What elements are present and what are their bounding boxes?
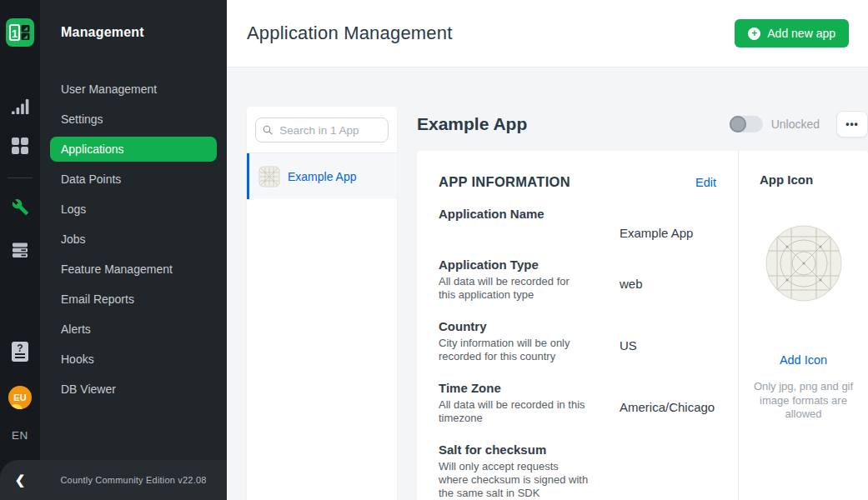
app-search-box xyxy=(255,118,389,142)
edit-link[interactable]: Edit xyxy=(695,176,716,189)
add-new-app-button[interactable]: + Add new app xyxy=(735,19,849,48)
field-value: US xyxy=(620,319,716,363)
app-icon-placeholder xyxy=(765,225,842,302)
main-content: Example App Example App Unlocked ••• APP… xyxy=(227,68,868,500)
app-list-item-label: Example App xyxy=(288,170,357,183)
toggle-knob xyxy=(730,116,746,132)
field-description: All data will be recorded for this appli… xyxy=(439,275,589,302)
management-wrench-icon[interactable] xyxy=(12,198,29,219)
app-placeholder-icon xyxy=(258,166,280,188)
sidebar-item-user-management[interactable]: User Management xyxy=(50,77,217,102)
data-manager-server-icon[interactable] xyxy=(11,241,29,262)
field-label: Country xyxy=(439,319,620,333)
svg-text:1: 1 xyxy=(12,28,18,40)
dashboards-grid-icon[interactable] xyxy=(11,137,29,158)
app-icon-title: App Icon xyxy=(750,172,856,187)
app-information-main: APP INFORMATION Edit Application Name Ex… xyxy=(417,151,738,500)
app-list-item-example-app[interactable]: Example App xyxy=(247,153,397,199)
app-detail-title: Example App xyxy=(417,114,527,134)
app-search-input[interactable] xyxy=(278,123,381,138)
field-label: Time Zone xyxy=(439,381,620,395)
language-selector[interactable]: EN xyxy=(12,429,28,442)
analytics-bar-chart-icon[interactable] xyxy=(11,98,29,119)
sidebar-item-hooks[interactable]: Hooks xyxy=(50,347,217,372)
field-time-zone: Time Zone All data will be recorded in t… xyxy=(439,381,716,425)
sidebar-item-settings[interactable]: Settings xyxy=(50,107,217,132)
add-icon-link[interactable]: Add Icon xyxy=(750,353,856,367)
sidebar-nav: User Management Settings Applications Da… xyxy=(40,77,227,402)
add-new-app-label: Add new app xyxy=(767,27,835,40)
lock-state-label: Unlocked xyxy=(771,118,820,131)
field-country: Country City information will be only re… xyxy=(439,319,716,363)
lock-toggle[interactable]: Unlocked xyxy=(730,116,836,132)
avatar-initials: EU xyxy=(8,386,32,409)
app-information-card: APP INFORMATION Edit Application Name Ex… xyxy=(417,151,868,500)
sidebar-item-email-reports[interactable]: Email Reports xyxy=(50,287,217,312)
sidebar-item-db-viewer[interactable]: DB Viewer xyxy=(50,377,217,402)
app-information-head: APP INFORMATION Edit xyxy=(439,174,716,190)
field-value xyxy=(620,442,716,500)
sidebar-item-alerts[interactable]: Alerts xyxy=(50,317,217,342)
icon-rail: 1 xyxy=(0,0,40,500)
field-value: Example App xyxy=(620,207,716,240)
app-detail-header: Example App Unlocked ••• xyxy=(417,109,868,139)
collapse-sidebar-icon[interactable]: ❮ xyxy=(0,472,40,488)
field-salt-for-checksum: Salt for checksum Will only accept reque… xyxy=(439,442,716,500)
field-description: All data will be recorded in this timezo… xyxy=(439,398,589,425)
app-list-panel: Example App xyxy=(247,107,397,500)
field-value: America/Chicago xyxy=(620,381,716,425)
page-title: Application Management xyxy=(247,22,453,44)
field-value: web xyxy=(620,258,716,302)
search-icon xyxy=(263,124,273,136)
field-label: Salt for checksum xyxy=(439,442,620,457)
field-application-type: Application Type All data will be record… xyxy=(439,258,716,302)
toggle-track[interactable] xyxy=(730,116,763,132)
more-options-button[interactable]: ••• xyxy=(836,111,868,138)
sidebar-item-jobs[interactable]: Jobs xyxy=(50,227,217,252)
user-avatar[interactable]: EU xyxy=(8,386,32,409)
field-label: Application Type xyxy=(439,258,620,272)
sidebar-footer: ❮ Countly Community Edition v22.08 xyxy=(0,460,227,500)
app-icon-panel: App Icon xyxy=(738,151,868,500)
field-label: Application Name xyxy=(439,207,620,221)
field-description: City information will be only recorded f… xyxy=(439,337,589,363)
sidebar-menu: Management User Management Settings Appl… xyxy=(40,0,227,500)
field-application-name: Application Name Example App xyxy=(439,207,716,240)
rail-divider xyxy=(8,178,33,178)
sidebar-item-applications[interactable]: Applications xyxy=(50,137,217,162)
sidebar-item-logs[interactable]: Logs xyxy=(50,197,217,222)
page-header: Application Management + Add new app xyxy=(227,0,868,68)
feedback-help-icon[interactable]: ? xyxy=(12,342,28,362)
sidebar-section-title: Management xyxy=(40,0,227,40)
icon-format-note: Only jpg, png and gif image formats are … xyxy=(752,380,855,422)
app-detail-panel: Example App Unlocked ••• APP INFORMATION… xyxy=(417,107,868,500)
section-title: APP INFORMATION xyxy=(439,174,570,190)
field-description: Will only accept requests where checksum… xyxy=(439,460,589,500)
version-label: Countly Community Edition v22.08 xyxy=(40,475,227,485)
countly-logo-icon[interactable]: 1 xyxy=(6,18,34,50)
question-glyph: ? xyxy=(12,342,28,354)
sidebar-item-feature-management[interactable]: Feature Management xyxy=(50,257,217,282)
sidebar-item-data-points[interactable]: Data Points xyxy=(50,167,217,192)
plus-circle-icon: + xyxy=(748,28,760,40)
